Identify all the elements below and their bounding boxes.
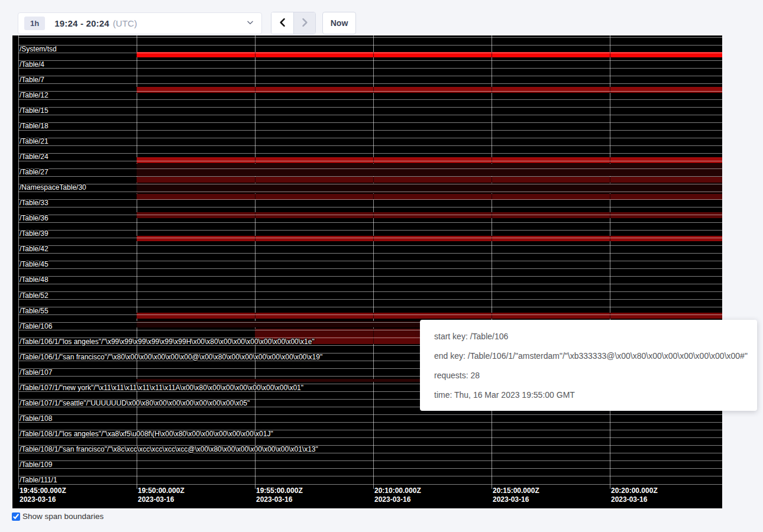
span-boundary-line (18, 199, 722, 200)
tick-date: 2023-03-16 (611, 495, 658, 504)
x-axis-tick-label: 20:15:00.000Z2023-03-16 (493, 486, 539, 504)
chevron-down-icon (246, 18, 254, 29)
span-boundary-line (18, 83, 722, 84)
prev-range-button[interactable] (271, 12, 293, 34)
row-label: /Table/106/1/"los angeles"/"\x99\x99\x99… (20, 338, 315, 346)
tooltip-requests: requests: 28 (434, 366, 743, 385)
span-boundary-line (18, 138, 722, 138)
key-visualizer-page: 1h 19:24 - 20:24 (UTC) Now /System/tsd/T… (0, 0, 763, 532)
row-label: /Table/7 (20, 76, 44, 84)
heat-band[interactable] (137, 212, 722, 218)
row-label: /Table/107/1/"new york"/"\x11\x11\x11\x1… (20, 384, 303, 392)
span-boundary-line (18, 153, 722, 154)
heat-band[interactable] (137, 164, 722, 176)
span-boundary-line (18, 115, 722, 115)
now-button[interactable]: Now (322, 12, 356, 34)
column-gridline-dark (492, 177, 492, 183)
span-boundary-line (18, 107, 722, 108)
row-label: /Table/45 (20, 260, 49, 268)
span-boundary-line (18, 76, 722, 76)
span-boundary-line (18, 291, 722, 292)
column-gridline-dark (492, 236, 492, 241)
row-label: /Table/18 (20, 122, 49, 130)
row-label: /Table/111/1 (20, 476, 57, 484)
tick-date: 2023-03-16 (374, 495, 421, 504)
time-range-selector[interactable]: 1h 19:24 - 20:24 (UTC) (18, 12, 262, 34)
row-label: /Table/42 (20, 245, 49, 253)
x-axis-tick-label: 19:55:00.000Z2023-03-16 (256, 486, 303, 504)
span-boundary-line (18, 460, 722, 461)
span-boundary-line (18, 145, 722, 146)
show-span-boundaries-checkbox[interactable] (12, 512, 20, 521)
row-label: /Table/108 (20, 414, 52, 423)
span-boundary-line (18, 268, 722, 269)
key-visualizer-canvas[interactable]: /System/tsd/Table/4/Table/7/Table/12/Tab… (12, 35, 722, 508)
column-gridline (373, 35, 374, 489)
row-label: /Table/36 (20, 214, 49, 222)
column-gridline-dark (255, 177, 256, 183)
x-axis-tick-label: 19:45:00.000Z2023-03-16 (20, 486, 66, 504)
row-label: /Table/107/1/"seattle"/"UUUUUUD\x00\x80\… (20, 399, 250, 407)
column-gridline-dark (255, 87, 256, 93)
span-boundary-line (18, 276, 722, 277)
span-boundary-line (18, 60, 722, 61)
heat-band[interactable] (137, 313, 722, 319)
column-gridline-dark (610, 177, 610, 183)
tooltip-start-key: start key: /Table/106 (434, 327, 743, 346)
show-span-boundaries-control[interactable]: Show span boundaries (12, 512, 104, 521)
span-boundary-line (18, 122, 722, 123)
span-boundary-line (18, 168, 722, 169)
span-boundary-line (18, 53, 722, 53)
span-boundary-line (18, 161, 722, 161)
column-gridline-dark (610, 212, 610, 218)
span-boundary-line (18, 261, 722, 261)
x-axis-tick-label: 19:50:00.000Z2023-03-16 (138, 486, 185, 504)
column-gridline-dark (610, 236, 610, 241)
column-gridline-dark (373, 177, 374, 183)
column-gridline-dark (255, 313, 256, 319)
column-gridline-dark (373, 212, 374, 218)
span-boundary-line (18, 215, 722, 215)
span-boundary-line (18, 422, 722, 423)
tick-time: 19:55:00.000Z (256, 486, 303, 495)
heat-band[interactable] (137, 87, 722, 93)
row-label: /Table/24 (20, 153, 49, 161)
span-boundary-line (18, 207, 722, 207)
column-gridline-dark (610, 87, 610, 93)
tooltip-end-key: end key: /Table/106/1/"amsterdam"/"\xb33… (434, 346, 743, 366)
span-boundary-line (18, 238, 722, 238)
x-axis-tick-label: 20:20:00.000Z2023-03-16 (611, 486, 658, 504)
heat-band[interactable] (137, 177, 722, 183)
row-label: /Table/107 (20, 368, 52, 377)
timezone-label: (UTC) (113, 18, 137, 28)
span-boundary-line (18, 222, 722, 223)
column-gridline-dark (373, 87, 374, 93)
span-boundary-line (18, 184, 722, 184)
tick-time: 20:20:00.000Z (611, 486, 658, 495)
span-boundary-line (18, 284, 722, 284)
span-tooltip: start key: /Table/106 end key: /Table/10… (420, 320, 757, 411)
span-boundary-line (18, 68, 722, 69)
row-label: /Table/52 (20, 291, 49, 300)
span-boundary-line (18, 476, 722, 476)
span-boundary-line (18, 130, 722, 131)
span-boundary-line (18, 468, 722, 469)
time-range-label: 19:24 - 20:24 (54, 18, 109, 28)
chevron-left-icon (277, 17, 289, 30)
row-label: /Table/4 (20, 60, 44, 69)
span-boundary-line (18, 299, 722, 300)
row-label: /Table/15 (20, 106, 49, 115)
column-gridline-dark (492, 313, 492, 319)
heat-band[interactable] (137, 236, 722, 241)
row-label: /Table/106/1/"san francisco"/"\x80\x00\x… (20, 353, 322, 361)
span-boundary-line (18, 414, 722, 415)
tick-date: 2023-03-16 (493, 495, 539, 504)
row-label: /Table/21 (20, 137, 49, 145)
row-label: /Table/108/1/"los angeles"/"\xa8\xf5\u00… (20, 430, 273, 438)
tick-date: 2023-03-16 (138, 495, 185, 504)
span-boundary-line (18, 37, 722, 38)
span-boundary-line (18, 192, 722, 192)
column-gridline-dark (492, 212, 492, 218)
column-gridline-dark (373, 236, 374, 241)
next-range-button[interactable] (293, 12, 315, 34)
